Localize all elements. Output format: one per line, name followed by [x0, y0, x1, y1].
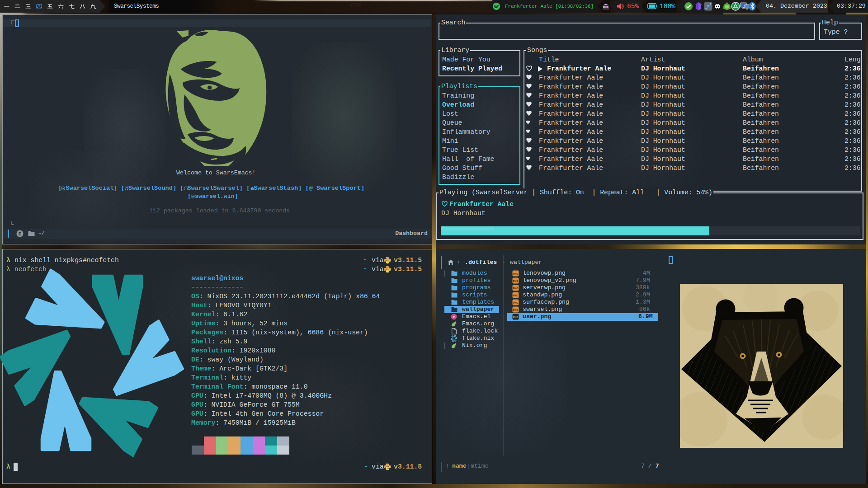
svg-text:E: E — [19, 231, 22, 237]
svg-text:PNG: PNG — [513, 280, 519, 282]
svg-text:PNG: PNG — [513, 316, 519, 319]
svg-text:PNG: PNG — [513, 309, 519, 311]
svg-text:e: e — [453, 314, 455, 319]
svg-text:PNG: PNG — [513, 272, 519, 275]
svg-text:PNG: PNG — [513, 294, 519, 297]
svg-text:PNG: PNG — [513, 301, 519, 304]
svg-text:PNG: PNG — [513, 287, 519, 290]
